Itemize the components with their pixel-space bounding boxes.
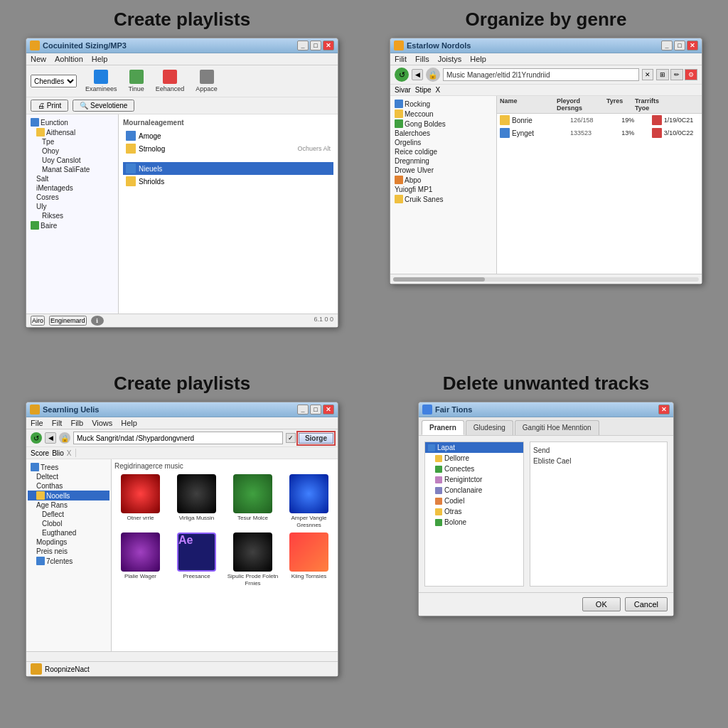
airo-button[interactable]: Airo: [31, 316, 45, 326]
sidebar-7clentes[interactable]: 7clentes: [28, 556, 109, 566]
shriolds-item[interactable]: Shriolds: [123, 175, 333, 188]
tree-aithensal[interactable]: Aithensal: [28, 127, 117, 137]
tree-baire[interactable]: Baire: [28, 220, 117, 230]
tree-codiel[interactable]: Codiel: [425, 496, 523, 506]
nav-back[interactable]: ◀: [412, 69, 423, 80]
minimize-button-2[interactable]: _: [661, 41, 673, 50]
address-bar-2[interactable]: [443, 68, 639, 81]
tree-uly[interactable]: Uly: [28, 202, 117, 211]
toolbar-btn-tinue[interactable]: Tinue: [126, 68, 147, 94]
media-item-7[interactable]: Kiing Tornsies: [283, 532, 335, 587]
tab-gludesing[interactable]: Gludesing: [466, 420, 513, 435]
sidebar-agerans[interactable]: Age Rans: [28, 500, 109, 510]
print-button[interactable]: 🖨 Print: [31, 100, 68, 112]
menu-filb[interactable]: Filb: [70, 419, 83, 427]
tab-gangiti[interactable]: Gangiti Hoe Menntion: [515, 420, 599, 435]
close-button-2[interactable]: ✕: [687, 41, 698, 50]
toolbar-btn-eehanced[interactable]: Eehanced: [153, 68, 188, 94]
tree-tpe[interactable]: Tpe: [28, 137, 117, 146]
genre-balerchoes[interactable]: Balerchoes: [392, 129, 495, 138]
menu-filit[interactable]: Filit: [395, 55, 407, 63]
check-icon[interactable]: ✓: [286, 433, 296, 443]
menu-viows[interactable]: Viows: [92, 419, 112, 427]
scrollbar-3[interactable]: [26, 651, 338, 661]
tab-pranern[interactable]: Pranern: [422, 420, 464, 435]
tree-bolone[interactable]: Bolone: [425, 517, 523, 528]
sidebar-preis[interactable]: Preis neis: [28, 547, 109, 556]
grid-view-btn[interactable]: ⊞: [656, 69, 669, 80]
genre-gong[interactable]: Gong Boldes: [392, 119, 495, 129]
tree-rikses[interactable]: Rikses: [28, 211, 117, 220]
menu-filt[interactable]: Filt: [52, 419, 63, 427]
tree-lapat[interactable]: Lapat: [425, 442, 523, 453]
sidebar-conthas[interactable]: Conthas: [28, 481, 109, 491]
tree-eunction[interactable]: Eunction: [28, 117, 117, 127]
close-button-4[interactable]: ✕: [658, 405, 670, 414]
menu-file[interactable]: File: [31, 419, 43, 427]
genre-meccoun[interactable]: Meccoun: [392, 109, 495, 119]
tree-dellorre[interactable]: Dellorre: [425, 453, 523, 464]
menu-fills[interactable]: Fills: [415, 55, 429, 63]
amoge-item[interactable]: Amoge: [123, 129, 333, 142]
toolbar-btn-appace[interactable]: Appace: [193, 68, 220, 94]
genre-yuiogfi[interactable]: Yuiogfi MP1: [392, 185, 495, 194]
nieuels-item[interactable]: Nieuels: [123, 162, 333, 175]
minimize-button-3[interactable]: _: [297, 405, 309, 414]
tree-salt[interactable]: Salt: [28, 174, 117, 183]
nav-icon-green[interactable]: ↺: [395, 68, 409, 82]
dropdown-chendles[interactable]: Chendles: [31, 75, 77, 87]
genre-reice[interactable]: Reice coldige: [392, 147, 495, 156]
enginemard-button[interactable]: Enginemard: [49, 316, 87, 326]
tree-renigintctor[interactable]: Renigintctor: [425, 474, 523, 485]
media-item-4[interactable]: Plalie Wager: [114, 532, 166, 587]
genre-drowe[interactable]: Drowe Ulver: [392, 166, 495, 175]
tree-uoy[interactable]: Uoy Canslot: [28, 156, 117, 165]
menu-new[interactable]: New: [31, 55, 46, 63]
tree-manat[interactable]: Manat SaliFate: [28, 165, 117, 174]
tree-otras[interactable]: Otras: [425, 506, 523, 517]
info-icon[interactable]: ℹ: [91, 316, 104, 326]
genre-abpo[interactable]: Abpo: [392, 175, 495, 185]
media-item-2[interactable]: Tesur Molce: [227, 474, 279, 528]
close-button-1[interactable]: ✕: [323, 41, 334, 50]
nav-back-3[interactable]: ◀: [45, 432, 56, 444]
sidebar-clobol[interactable]: Clobol: [28, 519, 109, 528]
file-row-0[interactable]: Bonrie 126/158 19% 1/19/0C21: [497, 114, 702, 127]
genre-orgelins[interactable]: Orgelins: [392, 138, 495, 147]
sidebar-nooells[interactable]: Nooells: [28, 491, 109, 500]
ok-button[interactable]: OK: [582, 597, 621, 611]
media-item-3[interactable]: Amper Vangle Gresnnes: [283, 474, 335, 528]
toolbar-btn-examinees[interactable]: Examinees: [82, 68, 120, 94]
sidebar-trees[interactable]: Trees: [28, 462, 109, 472]
tree-ohoy[interactable]: Ohoy: [28, 146, 117, 156]
tree-conclanaire[interactable]: Conclanaire: [425, 485, 523, 496]
media-item-1[interactable]: Virliga Mussin: [171, 474, 223, 528]
menu-help-1[interactable]: Help: [92, 55, 108, 63]
sidebar-deltect[interactable]: Deltect: [28, 472, 109, 481]
clear-address-btn[interactable]: ✕: [642, 69, 653, 80]
sidebar-mopdings[interactable]: Mopdings: [28, 537, 109, 547]
menu-help-2[interactable]: Help: [470, 55, 486, 63]
maximize-button-2[interactable]: □: [674, 41, 685, 50]
sidebar-eugthaned[interactable]: Eugthaned: [28, 528, 109, 537]
genre-cruik[interactable]: Cruik Sanes: [392, 194, 495, 204]
media-item-6[interactable]: Sipulic Prode Foletn Frnies: [227, 532, 279, 587]
scrollbar-2[interactable]: [390, 274, 702, 284]
tree-cosres[interactable]: Cosres: [28, 193, 117, 202]
genre-dregnming[interactable]: Dregnming: [392, 156, 495, 166]
search-button[interactable]: Siorge: [299, 433, 333, 444]
sidebar-deflect[interactable]: Deflect: [28, 510, 109, 519]
maximize-button-3[interactable]: □: [310, 405, 321, 414]
maximize-button-1[interactable]: □: [310, 41, 321, 50]
edit-btn[interactable]: ✏: [670, 69, 683, 80]
settings-btn[interactable]: ⚙: [685, 69, 697, 80]
genre-rocking[interactable]: Rocking: [392, 99, 495, 109]
tree-imentageds[interactable]: iMentageds: [28, 183, 117, 193]
strnolog-item[interactable]: Strnolog Ochuers Alt: [123, 142, 333, 155]
media-item-0[interactable]: Otner vrrle: [114, 474, 166, 528]
media-item-5[interactable]: Ae Preesance: [171, 532, 223, 587]
menu-joistys[interactable]: Joistys: [438, 55, 462, 63]
close-button-3[interactable]: ✕: [323, 405, 334, 414]
nav-btn-3[interactable]: ↺: [31, 432, 42, 444]
menu-help-3[interactable]: Help: [121, 419, 137, 427]
